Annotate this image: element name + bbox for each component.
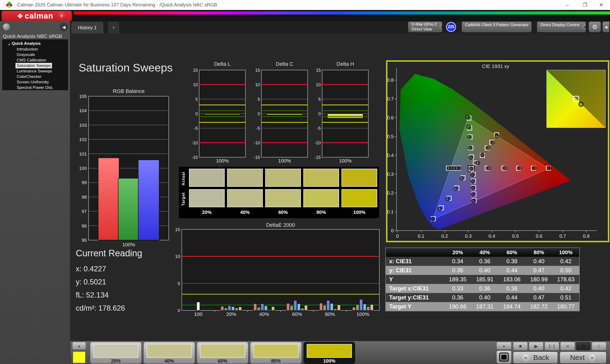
calman-menu-chevron-icon: ▼ bbox=[58, 12, 66, 20]
pattern-window-button[interactable] bbox=[496, 351, 512, 364]
play-icon: ▶ bbox=[534, 343, 538, 349]
svg-text:0.3: 0.3 bbox=[387, 171, 394, 177]
table-row: Target Y190.66187.31184.74182.72180.77 bbox=[386, 302, 580, 311]
svg-text:15: 15 bbox=[193, 68, 198, 73]
rainbow-accent-bar bbox=[74, 12, 610, 14]
workflow-tree: ◢Quick Analysis IntroductionGrayscaleCMS… bbox=[2, 39, 68, 91]
pattern-button-80%[interactable]: 80% bbox=[250, 342, 302, 364]
continuous-button[interactable]: ∞ bbox=[560, 342, 575, 351]
deltae-2000-chart: DeltaE 200005101510020%40%60%80%100% bbox=[174, 222, 382, 317]
svg-text:0: 0 bbox=[318, 112, 321, 116]
svg-text:100%: 100% bbox=[339, 158, 352, 163]
svg-text:Delta H: Delta H bbox=[337, 61, 354, 67]
tree-item-grayscale[interactable]: Grayscale bbox=[15, 52, 36, 57]
tree-item-cms-calibration[interactable]: CMS Calibration bbox=[15, 57, 47, 63]
meter-count-badge[interactable]: 225 bbox=[446, 22, 456, 32]
target-swatch-80% bbox=[303, 189, 339, 207]
actual-swatch-100% bbox=[341, 169, 377, 187]
svg-text:0: 0 bbox=[195, 112, 198, 116]
measure-button[interactable]: [··] bbox=[545, 342, 559, 351]
svg-text:96: 96 bbox=[82, 223, 87, 228]
cell-value: 0.50 bbox=[552, 266, 580, 275]
svg-text:10: 10 bbox=[175, 254, 180, 259]
cell-value: 0.47 bbox=[525, 293, 553, 302]
table-row: Target y:CIE310.360.400.440.470.51 bbox=[386, 293, 580, 302]
calman-menu-button[interactable]: ❖ calman ▼ bbox=[1, 11, 72, 21]
cell-value: 180.99 bbox=[525, 275, 553, 284]
restore-button[interactable]: ❐ bbox=[578, 1, 592, 9]
cell-value: 183.06 bbox=[498, 275, 525, 284]
display-control-dropdown[interactable]: Direct Display Control ▼ bbox=[537, 21, 586, 32]
tree-item-luminance-sweeps[interactable]: Luminance Sweeps bbox=[15, 68, 53, 74]
cie-1931-panel[interactable]: CIE 1931 xy00.10.20.30.40.50.60.70.800.1… bbox=[386, 60, 609, 242]
window-title-bar: Calman 2025 Calman Ultimate for Business… bbox=[0, 0, 610, 10]
pattern-button-40%[interactable]: 40% bbox=[143, 342, 195, 364]
cell-value: 0.36 bbox=[444, 266, 471, 275]
stop-button[interactable]: ■ bbox=[513, 342, 528, 351]
panel-collapse-button[interactable]: ◀ bbox=[602, 21, 610, 32]
svg-text:0: 0 bbox=[391, 228, 394, 233]
cell-value: 0.40 bbox=[471, 266, 498, 275]
actual-swatch-20% bbox=[189, 169, 225, 187]
play-button[interactable]: ▶ bbox=[529, 342, 544, 351]
pattern-label: 40% bbox=[144, 358, 195, 364]
svg-text:-15: -15 bbox=[254, 155, 260, 160]
svg-text:0: 0 bbox=[396, 234, 399, 239]
svg-text:CIE 1931 xy: CIE 1931 xy bbox=[482, 63, 509, 69]
target-swatch-60% bbox=[265, 189, 301, 207]
pattern-button-100%[interactable]: 100% bbox=[304, 342, 355, 364]
svg-text:5: 5 bbox=[318, 97, 321, 102]
delta-h-chart: Delta H-15-10-5051015100% bbox=[313, 61, 372, 163]
saturation-results-table: 20%40%60%80%100% x: CIE310.340.360.380.4… bbox=[385, 247, 580, 311]
meter-dropdown[interactable]: X-Rite i1Pro 2Direct View ▼ bbox=[408, 21, 442, 32]
pattern-button-60%[interactable]: 60% bbox=[197, 342, 248, 364]
cell-value: 189.35 bbox=[444, 275, 471, 284]
svg-text:0.5: 0.5 bbox=[512, 234, 519, 239]
tree-root-node[interactable]: ◢Quick Analysis bbox=[8, 41, 68, 46]
back-button[interactable]: « Back bbox=[513, 351, 558, 364]
pattern-window-up-button[interactable]: ▲ bbox=[496, 342, 512, 350]
svg-text:10: 10 bbox=[255, 82, 260, 87]
svg-text:97: 97 bbox=[82, 209, 87, 214]
tree-item-saturation-sweeps[interactable]: Saturation Sweeps bbox=[15, 63, 52, 68]
next-button[interactable]: Next » bbox=[560, 351, 606, 364]
swatch-column-label: 100% bbox=[341, 210, 377, 215]
svg-text:0.2: 0.2 bbox=[441, 234, 448, 239]
refresh-button[interactable]: ↻ bbox=[576, 342, 591, 351]
pattern-list-up-button[interactable]: ▲ bbox=[72, 342, 86, 350]
tree-item-screen-uniformity[interactable]: Screen Uniformity bbox=[15, 79, 50, 85]
table-row: Y189.35185.91183.06180.99178.63 bbox=[386, 275, 580, 284]
actual-swatch-80% bbox=[303, 169, 339, 187]
active-pattern-mini-swatch[interactable] bbox=[73, 351, 85, 363]
add-tab-button[interactable]: + bbox=[108, 22, 119, 33]
pattern-swatch bbox=[93, 344, 138, 358]
current-reading-value: fL: 52.134 bbox=[76, 288, 142, 302]
swatch-column-label: 80% bbox=[303, 210, 339, 215]
cell-value: 0.40 bbox=[471, 293, 498, 302]
svg-text:100%: 100% bbox=[216, 158, 229, 163]
arrow-up-icon: ▲ bbox=[78, 344, 81, 348]
sidebar-orb-button[interactable] bbox=[3, 23, 10, 30]
swatch-row-label-target: Target bbox=[181, 188, 186, 210]
swatch-column-label: 60% bbox=[265, 210, 301, 215]
tree-item-introduction[interactable]: Introduction bbox=[15, 46, 39, 52]
chevron-down-icon: ▼ bbox=[439, 24, 442, 30]
pattern-button-20%[interactable]: 20% bbox=[90, 342, 142, 364]
minimize-button[interactable]: – bbox=[560, 1, 574, 9]
close-button[interactable]: ✕ bbox=[594, 1, 608, 9]
tab-history-1[interactable]: History 1 bbox=[71, 22, 103, 33]
cell-value: 0.36 bbox=[471, 257, 498, 266]
settings-button[interactable]: ⚙ bbox=[589, 21, 601, 32]
record-icon: ○ bbox=[597, 343, 600, 349]
tree-item-spectral-power-dist[interactable]: Spectral Power Dist. bbox=[15, 85, 54, 90]
cell-value: 190.66 bbox=[444, 302, 471, 311]
tree-item-colorchecker[interactable]: ColorChecker bbox=[15, 74, 43, 79]
svg-text:40%: 40% bbox=[259, 311, 269, 317]
sidebar-collapse-button[interactable]: ◀ bbox=[60, 23, 68, 31]
record-button[interactable]: ○ bbox=[592, 342, 606, 351]
svg-text:99: 99 bbox=[82, 180, 87, 185]
svg-text:0.4: 0.4 bbox=[387, 153, 394, 158]
continuous-icon: ∞ bbox=[566, 343, 569, 349]
table-row: y: CIE310.360.400.440.470.50 bbox=[386, 266, 580, 275]
pattern-source-dropdown[interactable]: CalMAN Client 3 Pattern Generator ▼ bbox=[462, 21, 532, 32]
